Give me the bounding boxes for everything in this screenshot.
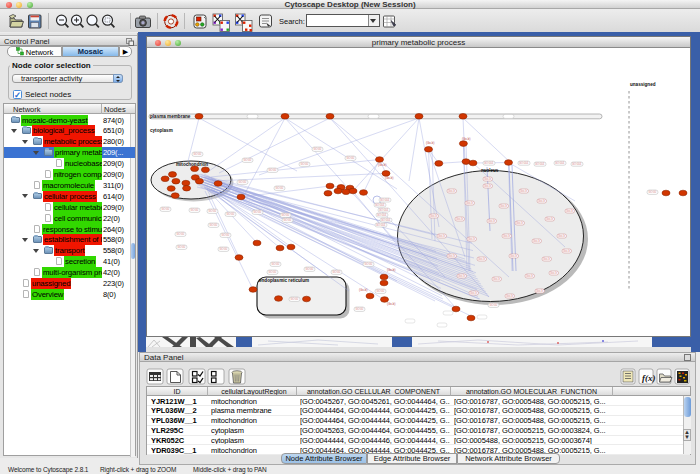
svg-text:GO:004: GO:004 (381, 218, 391, 222)
svg-text:GO:00: GO:00 (301, 162, 309, 166)
svg-text:GO:004: GO:004 (377, 213, 387, 217)
svg-text:plasma membrane: plasma membrane (150, 114, 191, 119)
svg-text:GO:00: GO:00 (239, 180, 247, 184)
svg-text:Gxx-b: Gxx-b (478, 257, 485, 261)
svg-text:GO:00: GO:00 (490, 303, 498, 307)
svg-text:endoplasmic reticulum: endoplasmic reticulum (259, 278, 309, 283)
svg-text:GO:00: GO:00 (284, 218, 292, 222)
svg-text:Gxx-b: Gxx-b (520, 189, 527, 193)
svg-text:GO:00: GO:00 (177, 232, 185, 236)
svg-text:GO:00: GO:00 (194, 152, 202, 156)
svg-text:GO:004: GO:004 (535, 162, 545, 166)
svg-text:Gxx-b: Gxx-b (533, 239, 540, 243)
svg-text:GO:00: GO:00 (276, 186, 284, 190)
svg-text:Gxx-b: Gxx-b (438, 234, 445, 238)
svg-text:nucleus: nucleus (481, 168, 499, 173)
svg-text:GO:004: GO:004 (379, 208, 389, 212)
svg-text:GO:00: GO:00 (244, 158, 252, 162)
svg-text:GO:00: GO:00 (269, 270, 277, 274)
svg-text:GO:00: GO:00 (291, 297, 299, 301)
svg-text:Gxx-b: Gxx-b (546, 217, 553, 221)
svg-text:Gxx-b: Gxx-b (448, 254, 455, 258)
svg-text:GO:00: GO:00 (272, 262, 280, 266)
svg-text:Gxx-b: Gxx-b (484, 177, 491, 181)
svg-text:GO:00: GO:00 (282, 213, 290, 217)
svg-text:Gxx-b: Gxx-b (526, 274, 533, 278)
svg-text:Gxx-b: Gxx-b (484, 184, 491, 188)
svg-text:Gxx-b: Gxx-b (468, 237, 475, 241)
svg-text:(Gx-b): (Gx-b) (387, 302, 396, 306)
svg-text:GO:00: GO:00 (269, 168, 277, 172)
svg-text:GO:00: GO:00 (191, 208, 199, 212)
svg-text:Gxx-b: Gxx-b (543, 257, 550, 261)
svg-text:Gxx-b: Gxx-b (456, 217, 463, 221)
svg-text:GO:00: GO:00 (210, 223, 218, 227)
svg-text:GO:00: GO:00 (162, 207, 170, 211)
svg-text:Gxx-b: Gxx-b (500, 204, 507, 208)
svg-text:Gxx-b: Gxx-b (430, 214, 437, 218)
svg-text:Gxx-b: Gxx-b (550, 271, 557, 275)
svg-text:GO:004: GO:004 (572, 162, 582, 166)
svg-text:GO:00: GO:00 (254, 210, 262, 214)
svg-text:Gxx-b: Gxx-b (516, 221, 523, 225)
svg-text:GO:00: GO:00 (356, 307, 364, 311)
svg-text:GO:004: GO:004 (484, 161, 494, 165)
svg-text:GO:00: GO:00 (220, 247, 228, 251)
svg-text:(Gx-b): (Gx-b) (378, 163, 387, 167)
svg-text:Gxx-b: Gxx-b (458, 274, 465, 278)
svg-text:(Gx-b): (Gx-b) (462, 137, 471, 141)
svg-text:unassigned: unassigned (630, 82, 656, 87)
svg-text:GO:004: GO:004 (555, 161, 565, 165)
svg-text:Gxx-b: Gxx-b (493, 277, 500, 281)
svg-text:GO:004: GO:004 (376, 223, 386, 227)
svg-text:Gxx-b: Gxx-b (538, 199, 545, 203)
svg-text:Gxx-b: Gxx-b (563, 249, 570, 253)
svg-text:GO:00: GO:00 (227, 212, 235, 216)
svg-text:Gxx-b: Gxx-b (566, 209, 573, 213)
svg-text:Gxx-b: Gxx-b (466, 201, 473, 205)
svg-text:GO:00: GO:00 (649, 190, 657, 194)
svg-text:Gxx-b: Gxx-b (506, 294, 513, 298)
svg-text:GO:00: GO:00 (347, 156, 355, 160)
svg-text:GO:004: GO:004 (375, 203, 385, 207)
svg-text:GO:00: GO:00 (306, 267, 314, 271)
svg-text:Gxx-b: Gxx-b (558, 234, 565, 238)
svg-text:GO:00: GO:00 (377, 289, 385, 293)
svg-text:f(x): f(x) (642, 373, 656, 383)
svg-text:Gxx-b: Gxx-b (503, 234, 510, 238)
svg-text:(Gx-b): (Gx-b) (359, 288, 368, 292)
svg-text:(Gx-b): (Gx-b) (387, 268, 396, 272)
svg-text:(Gx-b): (Gx-b) (426, 141, 435, 145)
svg-text:cytoplasm: cytoplasm (150, 128, 173, 133)
svg-text:GO:00: GO:00 (209, 209, 217, 213)
svg-text:GO:00: GO:00 (222, 233, 230, 237)
svg-text:GO:00: GO:00 (365, 262, 373, 266)
svg-text:GO:00: GO:00 (178, 245, 186, 249)
svg-text:Gxx-b: Gxx-b (488, 219, 495, 223)
svg-text:GO:00: GO:00 (314, 147, 322, 151)
svg-text:Gxx-b: Gxx-b (510, 254, 517, 258)
svg-text:Gxx-b: Gxx-b (536, 289, 543, 293)
svg-text:(Gx-b): (Gx-b) (385, 176, 394, 180)
svg-text:GO:004: GO:004 (519, 161, 529, 165)
svg-text:Gxx-b: Gxx-b (470, 291, 477, 295)
svg-text:GO:004: GO:004 (380, 198, 390, 202)
svg-text:GO:00: GO:00 (333, 270, 341, 274)
svg-text:Gxx-b: Gxx-b (448, 189, 455, 193)
